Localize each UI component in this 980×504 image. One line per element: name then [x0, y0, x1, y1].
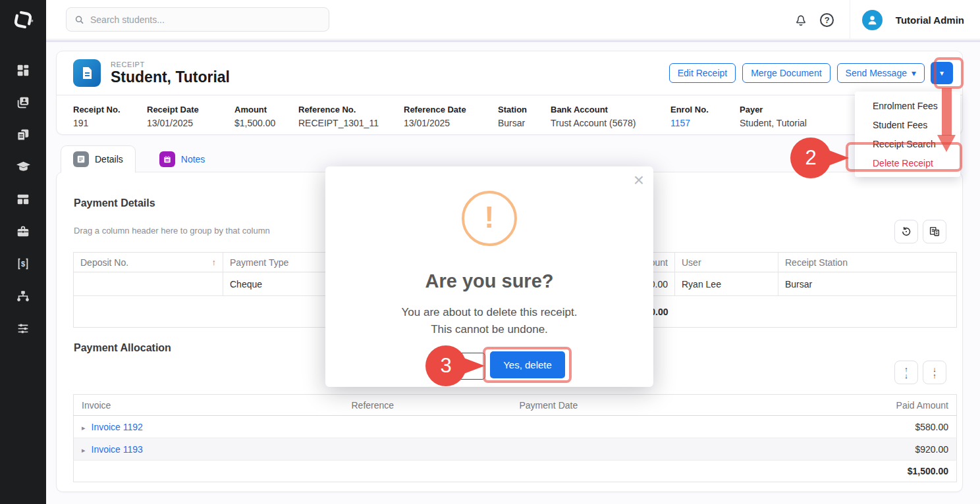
search-input[interactable]	[90, 14, 321, 25]
tab-notes[interactable]: Notes	[148, 145, 217, 172]
invoice-link[interactable]: Invoice 1192	[92, 422, 143, 432]
allocation-row[interactable]: ▸Invoice 1193 $920.00	[74, 438, 957, 461]
sidebar: $	[0, 0, 46, 504]
cell-receipt-station: Bursar	[778, 272, 957, 296]
more-actions-dropdown-button[interactable]: ▾	[931, 62, 953, 84]
send-message-label: Send Message	[846, 68, 907, 78]
students-icon	[16, 95, 30, 110]
receipt-header-card: RECEIPT Student, Tutorial Edit Receipt M…	[56, 51, 963, 135]
graduation-cap-icon	[16, 159, 31, 174]
col-paid-amount[interactable]: Paid Amount	[686, 395, 957, 416]
tab-details[interactable]: Details	[61, 145, 136, 173]
field-reference-date: Reference Date 13/01/2025	[404, 105, 498, 128]
field-value: Student, Tutorial	[740, 118, 871, 128]
receipt-doc-icon	[73, 59, 101, 87]
close-icon[interactable]: ×	[634, 169, 644, 191]
app-logo-icon	[12, 9, 34, 31]
help-button[interactable]: ?	[814, 7, 840, 33]
field-amount: Amount $1,500.00	[234, 105, 298, 128]
invoice-link[interactable]: Invoice 1193	[92, 444, 143, 455]
field-enrol-no: Enrol No. 1157	[670, 105, 740, 128]
group-drag-hint: Drag a column header here to group by th…	[74, 226, 270, 236]
col-deposit-no[interactable]: Deposit No.↑	[74, 253, 223, 272]
menu-item-delete-receipt[interactable]: Delete Receipt	[855, 153, 960, 172]
cell-paid-amount: $920.00	[686, 438, 957, 461]
col-invoice[interactable]: Invoice	[74, 395, 344, 416]
help-icon: ?	[820, 13, 834, 27]
topbar: ? Tutorial Admin	[46, 0, 980, 39]
modal-message-line1: You are about to delete this receipt.	[325, 306, 653, 319]
field-label: Station	[498, 105, 551, 114]
arrow-up-icon: ↑	[933, 372, 937, 379]
col-label: Payment Date	[520, 400, 578, 411]
app-screen: $ ? Tutorial Admin	[0, 0, 980, 504]
payment-details-title: Payment Details	[74, 197, 155, 209]
sidebar-item-hr[interactable]	[0, 215, 46, 247]
avatar[interactable]	[862, 10, 883, 30]
merge-document-button[interactable]: Merge Document	[742, 63, 830, 83]
expand-all-button[interactable]: ↑↓	[894, 361, 918, 384]
menu-item-receipt-search[interactable]: Receipt Search	[855, 134, 960, 153]
search-box[interactable]	[66, 7, 329, 32]
more-actions-menu: Enrolment Fees Student Fees Receipt Sear…	[855, 91, 960, 177]
sidebar-item-dashboard[interactable]	[0, 54, 46, 86]
col-reference[interactable]: Reference	[344, 395, 512, 416]
allocation-total-row: $1,500.00	[74, 461, 957, 482]
sort-asc-icon: ↑	[212, 257, 217, 267]
notifications-button[interactable]	[788, 7, 814, 33]
payment-allocation-actions: ↑↓ ↓↑	[894, 361, 946, 384]
column-chooser-button[interactable]	[923, 220, 946, 243]
sidebar-item-finance[interactable]: $	[0, 247, 46, 280]
confirm-delete-button[interactable]: Yes, delete	[490, 351, 565, 378]
field-value: 13/01/2025	[404, 118, 498, 128]
edit-receipt-label: Edit Receipt	[678, 68, 727, 78]
chevron-right-icon[interactable]: ▸	[82, 424, 86, 432]
field-value: 191	[73, 118, 147, 128]
receipt-header-band: RECEIPT Student, Tutorial Edit Receipt M…	[57, 51, 962, 95]
tab-details-label: Details	[95, 154, 123, 164]
sidebar-item-students[interactable]	[0, 86, 46, 118]
topbar-right: ? Tutorial Admin	[788, 0, 980, 39]
sidebar-item-timetable[interactable]	[0, 183, 46, 215]
receipt-title-wrap: RECEIPT Student, Tutorial	[111, 61, 230, 86]
finance-icon: $	[16, 257, 30, 271]
cell-invoice: ▸Invoice 1193	[74, 438, 344, 461]
sidebar-item-network[interactable]	[0, 280, 46, 312]
cancel-button[interactable]	[434, 353, 485, 380]
cell-payment-date	[512, 416, 686, 438]
col-receipt-station[interactable]: Receipt Station	[778, 253, 957, 272]
field-payer: Payer Student, Tutorial	[740, 105, 871, 128]
edit-receipt-button[interactable]: Edit Receipt	[669, 63, 736, 83]
chevron-right-icon[interactable]: ▸	[82, 446, 86, 454]
app-logo[interactable]	[0, 0, 46, 39]
revert-button[interactable]	[894, 220, 918, 243]
cell-reference	[344, 416, 512, 438]
payment-allocation-grid: Invoice Reference Payment Date Paid Amou…	[73, 394, 957, 482]
arrow-down-icon: ↓	[904, 372, 908, 379]
sidebar-item-documents[interactable]	[0, 118, 46, 151]
menu-item-student-fees[interactable]: Student Fees	[855, 115, 960, 134]
col-label: Payment Type	[230, 257, 288, 268]
menu-item-enrolment-fees[interactable]: Enrolment Fees	[855, 96, 960, 115]
sidebar-item-courses[interactable]	[0, 151, 46, 183]
field-value: $1,500.00	[234, 118, 298, 128]
cell-reference	[344, 438, 512, 461]
enrol-no-link[interactable]: 1157	[670, 118, 740, 128]
collapse-all-button[interactable]: ↓↑	[923, 361, 946, 384]
cell-deposit-no	[74, 272, 223, 296]
allocation-row[interactable]: ▸Invoice 1192 $580.00	[74, 416, 957, 438]
user-name[interactable]: Tutorial Admin	[896, 14, 964, 26]
col-label: Reference	[352, 400, 395, 411]
sidebar-item-settings[interactable]	[0, 312, 46, 344]
layout-icon	[16, 192, 30, 207]
help-glyph: ?	[825, 15, 830, 25]
col-user[interactable]: User	[675, 253, 778, 272]
bell-icon	[794, 13, 808, 27]
payment-details-actions	[894, 220, 946, 243]
caret-down-icon: ▾	[912, 68, 916, 78]
payment-allocation-header-row: Invoice Reference Payment Date Paid Amou…	[74, 395, 957, 416]
send-message-button[interactable]: Send Message▾	[837, 63, 925, 83]
cell-user: Ryan Lee	[675, 272, 778, 296]
briefcase-icon	[16, 224, 30, 239]
col-payment-date[interactable]: Payment Date	[512, 395, 686, 416]
